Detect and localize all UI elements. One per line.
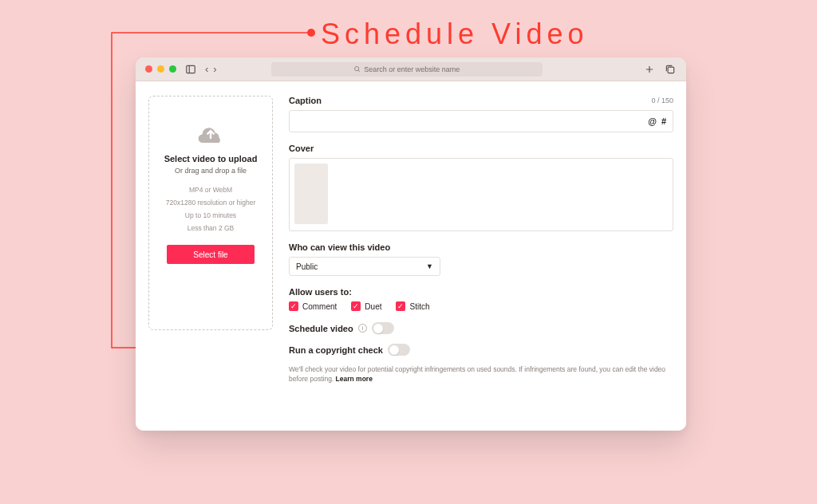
upload-subtitle: Or drag and drop a file <box>175 167 247 175</box>
close-icon[interactable] <box>145 65 152 73</box>
caption-label: Caption <box>289 96 322 105</box>
select-file-button[interactable]: Select file <box>167 245 255 264</box>
upload-spec: 720x1280 resolution or higher <box>166 199 255 207</box>
upload-panel[interactable]: Select video to upload Or drag and drop … <box>148 96 273 330</box>
allow-comment-checkbox[interactable]: ✓ Comment <box>289 301 337 311</box>
nav-forward-icon[interactable]: › <box>213 63 216 75</box>
svg-rect-1 <box>187 65 195 73</box>
hashtag-icon[interactable]: # <box>661 116 666 126</box>
sidebar-toggle-icon[interactable] <box>184 63 197 76</box>
privacy-select[interactable]: Public ▼ <box>289 257 440 276</box>
allow-label: Allow users to: <box>289 287 352 297</box>
browser-titlebar: ‹ › Search or enter website name <box>136 57 686 81</box>
privacy-value: Public <box>296 262 318 271</box>
svg-point-0 <box>307 29 315 37</box>
cloud-upload-icon <box>196 122 225 144</box>
chevron-down-icon: ▼ <box>426 262 433 270</box>
copyright-description: We'll check your video for potential cop… <box>289 365 673 384</box>
copyright-check-label: Run a copyright check <box>289 345 383 355</box>
search-icon <box>353 65 361 73</box>
nav-back-icon[interactable]: ‹ <box>205 63 208 75</box>
new-tab-icon[interactable] <box>643 63 656 76</box>
allow-duet-checkbox[interactable]: ✓ Duet <box>351 301 381 311</box>
minimize-icon[interactable] <box>157 65 164 73</box>
annotation-title: Schedule Video <box>321 18 589 51</box>
browser-window: ‹ › Search or enter website name Select … <box>136 57 686 431</box>
svg-rect-7 <box>668 67 674 73</box>
cover-selector[interactable] <box>289 158 673 231</box>
upload-spec: Up to 10 minutes <box>185 211 236 219</box>
svg-point-3 <box>355 67 359 71</box>
privacy-label: Who can view this video <box>289 242 390 252</box>
window-controls[interactable] <box>145 65 176 73</box>
upload-title: Select video to upload <box>164 154 258 163</box>
schedule-video-label: Schedule video <box>289 324 353 333</box>
check-icon: ✓ <box>289 301 298 311</box>
caption-counter: 0 / 150 <box>651 96 673 104</box>
address-bar[interactable]: Search or enter website name <box>271 62 543 77</box>
caption-input[interactable]: @ # <box>289 110 673 132</box>
upload-spec: MP4 or WebM <box>189 186 232 194</box>
allow-option-label: Stitch <box>409 302 429 311</box>
maximize-icon[interactable] <box>169 65 176 73</box>
svg-line-4 <box>358 70 360 72</box>
check-icon: ✓ <box>396 301 405 311</box>
info-icon[interactable]: i <box>358 324 367 333</box>
allow-option-label: Duet <box>365 302 381 311</box>
tabs-overview-icon[interactable] <box>664 63 677 76</box>
upload-form: Caption 0 / 150 @ # Cover Who can view t… <box>289 96 673 423</box>
allow-option-label: Comment <box>302 302 337 311</box>
address-bar-text: Search or enter website name <box>364 65 460 73</box>
schedule-video-toggle[interactable] <box>372 322 394 334</box>
check-icon: ✓ <box>351 301 361 311</box>
allow-stitch-checkbox[interactable]: ✓ Stitch <box>396 301 429 311</box>
cover-label: Cover <box>289 144 314 153</box>
cover-thumbnail[interactable] <box>294 163 328 224</box>
copyright-check-toggle[interactable] <box>388 344 410 356</box>
upload-spec: Less than 2 GB <box>187 224 235 232</box>
page-content: Select video to upload Or drag and drop … <box>136 81 686 431</box>
learn-more-link[interactable]: Learn more <box>336 375 373 383</box>
mention-icon[interactable]: @ <box>648 116 657 126</box>
